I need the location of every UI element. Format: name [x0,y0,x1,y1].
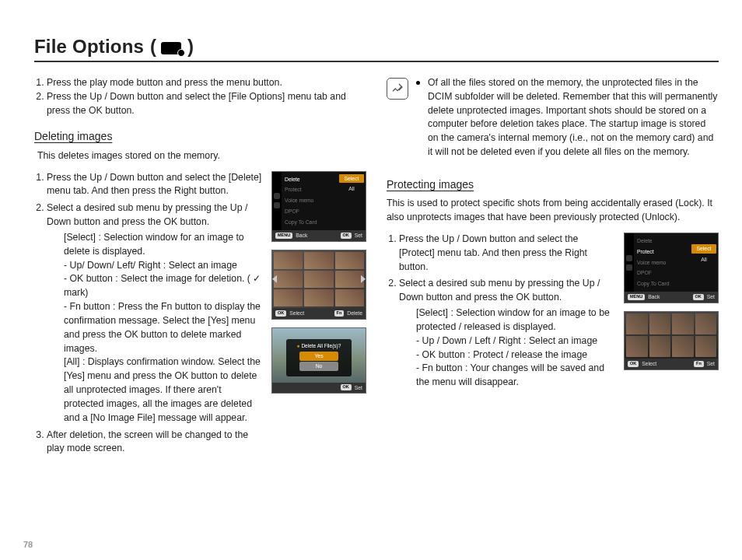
prot-select-label: [Select] : Selection window for an image… [416,306,616,334]
p-foot-set-label-2: Set [707,360,715,368]
camera-screen-confirm: ● Delete All File(s)? Yes No OK Set [271,327,366,394]
foot-back-label: Back [296,232,307,240]
page-number: 78 [23,540,33,549]
p-foot-select-label: Select [642,360,656,368]
intro-step-2: Press the Up / Down button and select th… [47,90,366,118]
menu-item-voice: Voice memo [282,195,338,206]
del-nav-line: - Up/ Down/ Left/ Right : Select an imag… [64,259,264,273]
prot-nav-line: - Up / Down / Left / Right : Select an i… [416,334,616,348]
dialog-yes: Yes [299,352,338,361]
left-column: Press the play mode button and press the… [34,76,366,459]
foot-ok-btn-3: OK [341,384,352,390]
prot-ok-line: - OK button : Protect / release the imag… [416,348,616,362]
dialog-question: Delete All File(s)? [301,343,341,348]
foot-ok-btn: OK [341,233,352,239]
foot-menu-btn: MENU [275,233,292,239]
note-icon [387,78,408,100]
del-all-line: [All] : Displays confirmation window. Se… [64,355,264,425]
del-step-2: Select a desired sub menu by pressing th… [47,201,264,425]
p-menu-item-delete: Delete [634,236,690,247]
protect-screenshots: Delete Protect Voice memo DPOF Copy To C… [624,233,719,370]
prot-fn-line: - Fn button : Your changes will be saved… [416,362,616,390]
del-step-2-text: Select a desired sub menu by pressing th… [47,202,247,227]
page-title: File Options [34,36,144,58]
protecting-heading: Protecting images [387,177,719,192]
submenu-select: Select [339,174,364,184]
foot-set-label: Set [355,232,362,240]
del-step-3: After deletion, the screen will be chang… [47,429,264,457]
p-foot-back-label: Back [648,293,660,301]
submenu-all: All [339,184,364,194]
del-step-1: Press the Up / Down button and select th… [47,171,264,199]
paren-close: ) [187,36,194,58]
p-foot-ok-btn-2: OK [628,361,639,367]
del-select-label: [Select] : Selection window for an image… [64,231,264,259]
intro-steps: Press the play mode button and press the… [34,76,366,117]
menu-item-copy: Copy To Card [282,217,338,228]
p-submenu-all: All [691,255,716,264]
delete-screenshots: Delete Protect Voice memo DPOF Copy To C… [271,171,366,394]
menu-item-dpof: DPOF [282,206,338,217]
foot-select-label: Select [289,310,304,317]
deleting-blurb: This deletes images stored on the memory… [37,149,366,163]
foot-ok-btn-2: OK [275,310,286,317]
foot-delete-label: Delete [347,310,362,317]
note-box: Of all the files stored on the memory, t… [387,76,719,159]
deleting-heading: Deleting images [34,128,366,144]
file-options-icon [161,42,181,54]
p-menu-item-copy: Copy To Card [634,278,690,289]
menu-item-protect: Protect [282,184,338,195]
protecting-blurb: This is used to protect specific shots f… [387,197,719,225]
camera-screen-protect-menu: Delete Protect Voice memo DPOF Copy To C… [624,233,719,303]
page-title-row: File Options ( ) [34,36,719,62]
p-menu-item-dpof: DPOF [634,268,690,278]
p-foot-ok-btn: OK [693,294,704,300]
prot-step-2: Select a desired sub menu by pressing th… [399,277,616,390]
foot-set-label-2: Set [355,384,362,392]
p-foot-set-label: Set [707,293,715,301]
intro-step-1: Press the play mode button and press the… [47,76,366,90]
paren-open: ( [150,36,156,58]
foot-fn-btn: Fn [334,310,345,317]
p-foot-menu-btn: MENU [628,294,645,300]
p-menu-item-protect: Protect [634,247,690,257]
camera-screen-select-grid: OK Select Fn Delete [271,250,366,320]
del-ok-line: - OK button : Select the image for delet… [64,272,264,300]
note-text: Of all the files stored on the memory, t… [428,76,719,159]
p-submenu-select: Select [691,244,716,254]
prot-step-2-text: Select a desired sub menu by pressing th… [399,278,600,303]
camera-screen-delete-menu: Delete Protect Voice memo DPOF Copy To C… [271,171,366,242]
camera-screen-protect-grid: OK Select Fn Set [624,311,719,370]
p-foot-fn-btn: Fn [694,361,704,367]
note-bullet-icon [416,81,420,85]
right-column: Of all the files stored on the memory, t… [387,76,719,459]
p-menu-item-voice: Voice memo [634,257,690,268]
del-fn-line: - Fn button : Press the Fn button to dis… [64,300,264,355]
menu-item-delete: Delete [282,174,338,185]
prot-step-1: Press the Up / Down button and select th… [399,233,616,274]
dialog-no: No [299,362,338,371]
